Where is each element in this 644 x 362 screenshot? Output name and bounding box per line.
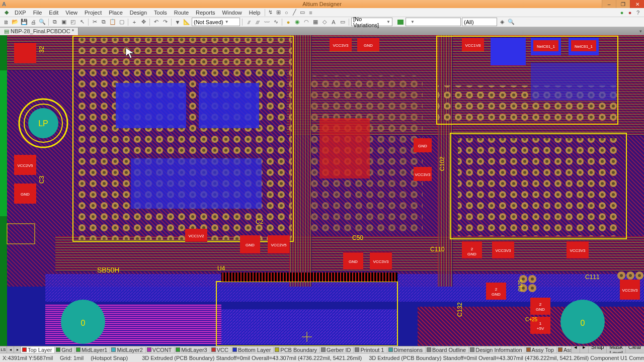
cursor-icon[interactable]: ↖ — [78, 18, 86, 26]
menu-design[interactable]: Design — [126, 9, 150, 17]
layer-tab-dimensions[interactable]: Dimensions — [387, 347, 426, 353]
copy-icon[interactable]: ⧉ — [100, 18, 108, 26]
place-arc-icon[interactable]: ◠ — [302, 18, 310, 26]
place-fill-icon[interactable]: ▦ — [311, 18, 319, 26]
zoom-area-icon[interactable]: ⧉ — [51, 18, 59, 26]
svg-text:GND: GND — [467, 252, 476, 256]
layer-swatch-icon — [526, 347, 531, 352]
svg-text:VCC3V3: VCC3V3 — [495, 248, 511, 253]
place-via-icon[interactable]: ◉ — [293, 18, 301, 26]
toolbar-net-icon[interactable]: ⊞ — [274, 9, 282, 17]
menu-edit[interactable]: Edit — [45, 9, 62, 17]
layer-tab-gerber-id[interactable]: Gerber ID — [320, 347, 354, 353]
layer-tab-assy-bot[interactable]: Assy Bot — [557, 347, 571, 353]
open-icon[interactable]: 📂 — [11, 18, 19, 26]
layer-tab-printout-1[interactable]: Printout 1 — [354, 347, 387, 353]
layer-tab-vcc[interactable]: VCC — [210, 347, 231, 353]
layer-tab-label: Board Outline — [432, 347, 466, 353]
filter-dropdown[interactable]: (All) — [462, 18, 497, 26]
pcb-canvas[interactable]: LP 0 0 VCC2V5 GND VCC3V3 GND VCC1V8 NetC… — [0, 35, 644, 346]
layer-tab-top-layer[interactable]: Top Layer — [21, 347, 55, 353]
label-zero2: 0 — [581, 319, 585, 327]
menu-window[interactable]: Window — [219, 9, 246, 17]
layer-nav-prev[interactable]: ◂ — [7, 346, 14, 353]
layer-tab-gnd[interactable]: Gnd — [55, 347, 75, 353]
menu-route[interactable]: Route — [171, 9, 192, 17]
redo-icon[interactable]: ↷ — [161, 18, 169, 26]
label-lp: LP — [38, 119, 48, 128]
status-coords: X:4391mil Y:5687mil — [3, 355, 53, 361]
menu-project[interactable]: Project — [81, 9, 105, 17]
menu-tools[interactable]: Tools — [150, 9, 171, 17]
toolbar-wire-icon[interactable]: ↯ — [266, 9, 274, 17]
search-box[interactable]: ▼ — [406, 18, 461, 26]
layer-color-icon[interactable] — [397, 20, 404, 25]
svg-text:GND: GND — [492, 292, 501, 297]
menu-file[interactable]: File — [30, 9, 46, 17]
layer-tab-label: Assy Top — [532, 347, 554, 353]
document-tab[interactable]: ▤ NBP-28_Final.PCBDOC * — [0, 28, 78, 35]
paste-icon[interactable]: 📋 — [109, 18, 117, 26]
cross-icon[interactable]: + — [130, 18, 138, 26]
place-text-icon[interactable]: A — [330, 18, 338, 26]
new-icon[interactable]: 🗎 — [2, 18, 10, 26]
layer-scroll-right-icon[interactable]: ▸ — [580, 346, 588, 353]
magnify-icon[interactable]: 🔍 — [507, 18, 515, 26]
snap-button[interactable]: Snap — [588, 346, 607, 353]
place-comp-icon[interactable]: ▭ — [339, 18, 347, 26]
layer-tab-design-information[interactable]: Design Information — [469, 347, 525, 353]
layer-tab-midlayer2[interactable]: MidLayer2 — [110, 347, 145, 353]
toolbar-region-icon[interactable]: ▭ — [298, 9, 306, 17]
zoom-fit-icon[interactable]: ▣ — [60, 18, 68, 26]
svg-text:2: 2 — [539, 302, 542, 307]
layer-nav-next[interactable]: ▸ — [14, 346, 21, 353]
clip-rect-icon[interactable]: ▢ — [118, 18, 126, 26]
undo-icon[interactable]: ↶ — [152, 18, 160, 26]
place-poly-icon[interactable]: ◇ — [320, 18, 329, 26]
help-icon[interactable]: ? — [634, 9, 642, 17]
clear-filter-icon[interactable]: ◈ — [498, 18, 506, 26]
status-warn-icon[interactable]: ● — [626, 9, 634, 17]
save-icon[interactable]: 💾 — [20, 18, 28, 26]
layer-tab-board-outline[interactable]: Board Outline — [426, 347, 469, 353]
route-diff-icon[interactable]: ⫽ — [245, 18, 253, 26]
mask-level-button[interactable]: Mask Level — [606, 346, 625, 353]
layer-tab-midlayer3[interactable]: MidLayer3 — [175, 347, 210, 353]
route-multi-icon[interactable]: ⫻ — [254, 18, 262, 26]
layer-tab-assy-top[interactable]: Assy Top — [525, 347, 557, 353]
toolbar-list-icon[interactable]: ≡ — [306, 9, 314, 17]
preview-icon[interactable]: 🔍 — [38, 18, 46, 26]
status-ok-icon[interactable]: ● — [618, 9, 626, 17]
layer-tab-midlayer1[interactable]: MidLayer1 — [75, 347, 110, 353]
route-interactive-icon[interactable]: 〰 — [263, 18, 271, 26]
measure-icon[interactable]: 📐 — [183, 18, 191, 26]
minimize-button[interactable]: – — [602, 0, 616, 8]
move-icon[interactable]: ✥ — [139, 18, 147, 26]
layer-nav-first[interactable]: LS — [0, 346, 7, 353]
maximize-button[interactable]: ❐ — [616, 0, 630, 8]
menu-reports[interactable]: Reports — [192, 9, 219, 17]
layer-tab-pcb-boundary[interactable]: PCB Boundary — [274, 347, 320, 353]
route-tune-icon[interactable]: ∿ — [272, 18, 280, 26]
menu-place[interactable]: Place — [105, 9, 126, 17]
tab-overflow-icon[interactable]: ▾ — [637, 29, 644, 34]
menu-dxp[interactable]: DXP — [11, 9, 30, 17]
print-icon[interactable]: 🖨 — [29, 18, 37, 26]
layer-tab-label: PCB Boundary — [280, 347, 317, 353]
save-state-dropdown[interactable]: (Not Saved) ▼ — [192, 18, 240, 26]
close-button[interactable]: ✕ — [630, 0, 644, 8]
pcb-workspace[interactable]: LP 0 0 VCC2V5 GND VCC3V3 GND VCC1V8 NetC… — [0, 35, 644, 346]
layer-tab-vcont[interactable]: VCONT — [146, 347, 175, 353]
place-pad-icon[interactable]: ● — [284, 18, 292, 26]
zoom-select-icon[interactable]: ◰ — [69, 18, 77, 26]
layer-scroll-left-icon[interactable]: ◂ — [571, 346, 580, 353]
layer-tab-bottom-layer[interactable]: Bottom Layer — [231, 347, 274, 353]
toolbar-via-icon[interactable]: ○ — [282, 9, 290, 17]
variation-dropdown[interactable]: [No Variations] ▼ — [351, 18, 392, 26]
clear-button[interactable]: Clear — [625, 346, 644, 353]
toolbar-track-icon[interactable]: ╱ — [290, 9, 298, 17]
menu-view[interactable]: View — [62, 9, 81, 17]
filter-icon[interactable]: ▼ — [174, 18, 182, 26]
cut-icon[interactable]: ✂ — [91, 18, 99, 26]
menu-help[interactable]: Help — [246, 9, 264, 17]
